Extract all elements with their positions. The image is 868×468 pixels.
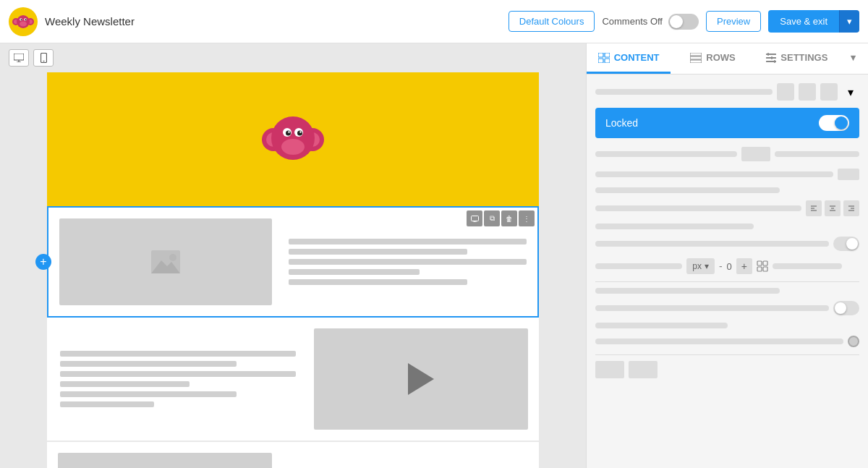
- col-image-left: [48, 208, 283, 316]
- block-desktop-btn[interactable]: [467, 210, 482, 226]
- tab-rows-label: ROWS: [706, 52, 735, 63]
- comments-toggle[interactable]: [668, 14, 699, 30]
- svg-point-10: [25, 19, 27, 20]
- row-image-text[interactable]: ⧉ 🗑 ⋮ +: [47, 206, 539, 318]
- save-exit-dropdown[interactable]: ▾: [839, 10, 859, 33]
- radio-row: [595, 336, 859, 347]
- sub-bar-6: [595, 323, 728, 328]
- svg-point-9: [21, 19, 22, 20]
- comments-toggle-area: Comments Off: [602, 14, 699, 30]
- locked-toggle[interactable]: [819, 115, 849, 131]
- play-icon: [408, 363, 434, 395]
- stepper-value: 0: [727, 261, 732, 272]
- stepper-bar: [595, 263, 682, 269]
- image-placeholder[interactable]: [59, 218, 272, 305]
- col-video-right: [303, 318, 539, 441]
- panel-chevron[interactable]: ▾: [842, 83, 859, 101]
- toggle-bar-2: [595, 305, 829, 311]
- app-title: Weekly Newsletter: [45, 15, 135, 27]
- svg-point-25: [297, 130, 302, 135]
- panel-expand-btn[interactable]: ▾: [839, 43, 868, 74]
- align-group: [806, 200, 859, 216]
- mobile-view-button[interactable]: [33, 49, 54, 67]
- comments-toggle-thumb: [670, 15, 683, 28]
- panel-sq-2[interactable]: [799, 83, 816, 101]
- align-right-btn[interactable]: [843, 200, 859, 216]
- add-row-button[interactable]: +: [35, 254, 51, 270]
- default-colours-button[interactable]: Default Colours: [509, 11, 595, 32]
- desktop-view-button[interactable]: [9, 49, 29, 67]
- text-line-a5: [60, 391, 237, 397]
- sub-control-2[interactable]: [838, 169, 859, 180]
- svg-rect-43: [690, 60, 702, 63]
- text-line-4: [289, 269, 420, 275]
- row-image-text-2[interactable]: [47, 442, 539, 468]
- two-col-layout-3: [47, 442, 539, 468]
- preview-button[interactable]: Preview: [706, 11, 761, 32]
- svg-rect-62: [763, 267, 767, 271]
- tab-content-label: CONTENT: [614, 52, 660, 63]
- header-left: Weekly Newsletter: [9, 7, 135, 36]
- bottom-btn-2[interactable]: [629, 361, 658, 378]
- block-delete-btn[interactable]: 🗑: [501, 210, 517, 226]
- banner-monkey-icon: [260, 107, 326, 172]
- content-tab-icon: [598, 53, 610, 63]
- block-copy-btn[interactable]: ⧉: [484, 210, 500, 226]
- locked-label: Locked: [605, 117, 638, 129]
- svg-point-24: [286, 130, 291, 135]
- sub-bar-5: [595, 288, 780, 294]
- expand-icon[interactable]: [757, 260, 768, 272]
- tab-rows[interactable]: ROWS: [671, 43, 754, 74]
- main-area: ⧉ 🗑 ⋮ +: [0, 43, 868, 468]
- video-placeholder[interactable]: [314, 328, 528, 430]
- header: Weekly Newsletter Default Colours Commen…: [0, 0, 868, 43]
- align-center-btn[interactable]: [825, 200, 841, 216]
- text-line-5: [289, 279, 467, 285]
- bottom-btn-1[interactable]: [595, 361, 624, 378]
- toggle-row: [595, 237, 859, 251]
- svg-rect-28: [471, 216, 478, 221]
- stepper-select[interactable]: px ▾: [686, 258, 715, 274]
- right-panel: CONTENT ROWS SETTINGS: [586, 43, 868, 468]
- radio-option[interactable]: [848, 336, 859, 347]
- tab-content[interactable]: CONTENT: [587, 43, 671, 74]
- sub-row-1: [595, 147, 859, 161]
- sub-bar-2: [595, 171, 833, 177]
- radio-bar: [595, 339, 843, 344]
- panel-toggle-2-thumb: [835, 302, 846, 314]
- svg-rect-49: [774, 60, 775, 63]
- svg-rect-40: [605, 59, 610, 63]
- panel-toggle-2[interactable]: [833, 301, 859, 315]
- tab-settings[interactable]: SETTINGS: [755, 43, 839, 74]
- email-banner[interactable]: [47, 72, 539, 206]
- panel-sq-1[interactable]: [777, 83, 794, 101]
- settings-tab-icon: [766, 53, 776, 63]
- svg-rect-11: [14, 54, 24, 60]
- device-toolbar: [0, 43, 586, 72]
- save-exit-button[interactable]: Save & exit: [768, 10, 839, 33]
- svg-rect-60: [763, 261, 767, 265]
- text-line-a1: [60, 351, 296, 357]
- block-more-btn[interactable]: ⋮: [519, 210, 535, 226]
- sub-row-2: [595, 169, 859, 180]
- align-left-btn[interactable]: [806, 200, 822, 216]
- sub-bar-4: [595, 224, 754, 229]
- panel-sq-3[interactable]: [820, 83, 838, 101]
- row-text-video[interactable]: [47, 318, 539, 441]
- locked-row: Locked: [595, 108, 859, 138]
- email-canvas: ⧉ 🗑 ⋮ +: [47, 72, 539, 468]
- desktop-icon: [14, 54, 24, 62]
- stepper-chevron: ▾: [705, 261, 709, 271]
- canvas-scroll[interactable]: ⧉ 🗑 ⋮ +: [0, 72, 586, 468]
- panel-toggle-1[interactable]: [833, 237, 859, 251]
- svg-rect-48: [771, 56, 773, 59]
- svg-point-6: [20, 21, 27, 26]
- image-placeholder-2[interactable]: [58, 453, 272, 468]
- svg-rect-38: [605, 53, 610, 57]
- sub-control-1[interactable]: [741, 147, 770, 161]
- text-line-2: [289, 249, 467, 255]
- rows-tab-icon: [690, 53, 702, 63]
- svg-point-27: [299, 131, 301, 132]
- stepper-plus-btn[interactable]: +: [736, 258, 752, 274]
- mobile-icon: [41, 53, 47, 63]
